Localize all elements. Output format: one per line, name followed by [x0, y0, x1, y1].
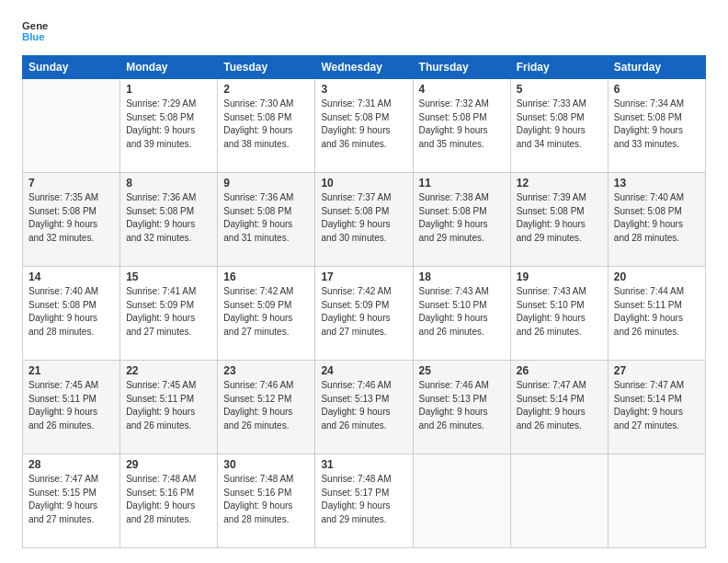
calendar-cell: 29Sunrise: 7:48 AMSunset: 5:16 PMDayligh… [120, 454, 218, 548]
day-number: 11 [419, 177, 505, 190]
calendar-cell: 27Sunrise: 7:47 AMSunset: 5:14 PMDayligh… [608, 361, 705, 454]
calendar-cell [413, 454, 510, 548]
weekday-header-saturday: Saturday [608, 56, 705, 79]
day-number: 19 [517, 270, 602, 283]
day-info: Sunrise: 7:31 AMSunset: 5:08 PMDaylight:… [321, 98, 406, 151]
day-info: Sunrise: 7:48 AMSunset: 5:17 PMDaylight:… [321, 473, 406, 526]
calendar-cell: 10Sunrise: 7:37 AMSunset: 5:08 PMDayligh… [315, 173, 413, 267]
calendar-week-row: 21Sunrise: 7:45 AMSunset: 5:11 PMDayligh… [23, 361, 706, 454]
day-number: 6 [614, 83, 700, 96]
day-number: 31 [321, 458, 406, 471]
calendar-cell: 15Sunrise: 7:41 AMSunset: 5:09 PMDayligh… [120, 267, 218, 361]
weekday-header-sunday: Sunday [23, 56, 120, 79]
calendar-cell [608, 454, 705, 548]
day-number: 29 [126, 458, 211, 471]
calendar-cell: 14Sunrise: 7:40 AMSunset: 5:08 PMDayligh… [23, 267, 120, 361]
day-info: Sunrise: 7:40 AMSunset: 5:08 PMDaylight:… [614, 191, 700, 245]
day-info: Sunrise: 7:32 AMSunset: 5:08 PMDaylight:… [419, 98, 505, 151]
weekday-header-wednesday: Wednesday [315, 56, 413, 79]
calendar-cell: 18Sunrise: 7:43 AMSunset: 5:10 PMDayligh… [413, 267, 510, 361]
day-info: Sunrise: 7:40 AMSunset: 5:08 PMDaylight:… [28, 285, 114, 339]
day-info: Sunrise: 7:42 AMSunset: 5:09 PMDaylight:… [223, 285, 309, 339]
day-number: 21 [28, 364, 114, 377]
calendar-cell: 2Sunrise: 7:30 AMSunset: 5:08 PMDaylight… [218, 79, 315, 173]
day-info: Sunrise: 7:48 AMSunset: 5:16 PMDaylight:… [126, 473, 211, 526]
day-number: 4 [419, 83, 505, 96]
day-number: 12 [517, 177, 602, 190]
calendar-cell [510, 454, 608, 548]
day-number: 15 [126, 270, 211, 283]
day-number: 2 [223, 83, 309, 96]
day-number: 13 [614, 177, 700, 190]
day-info: Sunrise: 7:45 AMSunset: 5:11 PMDaylight:… [126, 379, 211, 432]
day-info: Sunrise: 7:46 AMSunset: 5:12 PMDaylight:… [223, 379, 309, 432]
day-number: 26 [517, 364, 602, 377]
weekday-header-friday: Friday [510, 56, 608, 79]
page: General Blue SundayMondayTuesdayWednesda… [0, 0, 728, 563]
calendar-cell: 4Sunrise: 7:32 AMSunset: 5:08 PMDaylight… [413, 79, 510, 173]
day-info: Sunrise: 7:47 AMSunset: 5:15 PMDaylight:… [28, 473, 114, 526]
day-info: Sunrise: 7:38 AMSunset: 5:08 PMDaylight:… [419, 191, 505, 245]
day-number: 9 [223, 177, 309, 190]
weekday-header-monday: Monday [120, 56, 218, 79]
calendar-cell: 5Sunrise: 7:33 AMSunset: 5:08 PMDaylight… [510, 79, 608, 173]
calendar-cell: 25Sunrise: 7:46 AMSunset: 5:13 PMDayligh… [413, 361, 510, 454]
day-number: 8 [126, 177, 211, 190]
day-number: 24 [321, 364, 406, 377]
day-number: 7 [28, 177, 114, 190]
day-number: 30 [223, 458, 309, 471]
day-info: Sunrise: 7:45 AMSunset: 5:11 PMDaylight:… [28, 379, 114, 432]
day-number: 20 [614, 270, 700, 283]
day-info: Sunrise: 7:48 AMSunset: 5:16 PMDaylight:… [223, 473, 309, 526]
day-info: Sunrise: 7:42 AMSunset: 5:09 PMDaylight:… [321, 285, 406, 339]
day-number: 27 [614, 364, 700, 377]
calendar-cell: 9Sunrise: 7:36 AMSunset: 5:08 PMDaylight… [218, 173, 315, 267]
day-info: Sunrise: 7:39 AMSunset: 5:08 PMDaylight:… [517, 191, 602, 245]
calendar-cell: 26Sunrise: 7:47 AMSunset: 5:14 PMDayligh… [510, 361, 608, 454]
day-info: Sunrise: 7:47 AMSunset: 5:14 PMDaylight:… [517, 379, 602, 432]
weekday-header-thursday: Thursday [413, 56, 510, 79]
day-info: Sunrise: 7:34 AMSunset: 5:08 PMDaylight:… [614, 98, 700, 151]
day-number: 18 [419, 270, 505, 283]
day-number: 23 [223, 364, 309, 377]
day-info: Sunrise: 7:37 AMSunset: 5:08 PMDaylight:… [321, 191, 406, 245]
day-number: 3 [321, 83, 406, 96]
svg-text:Blue: Blue [22, 31, 45, 42]
calendar-table: SundayMondayTuesdayWednesdayThursdayFrid… [22, 55, 706, 548]
calendar-cell: 28Sunrise: 7:47 AMSunset: 5:15 PMDayligh… [23, 454, 120, 548]
calendar-cell: 11Sunrise: 7:38 AMSunset: 5:08 PMDayligh… [413, 173, 510, 267]
calendar-cell: 21Sunrise: 7:45 AMSunset: 5:11 PMDayligh… [23, 361, 120, 454]
day-number: 16 [223, 270, 309, 283]
calendar-week-row: 1Sunrise: 7:29 AMSunset: 5:08 PMDaylight… [23, 79, 706, 173]
calendar-cell: 13Sunrise: 7:40 AMSunset: 5:08 PMDayligh… [608, 173, 705, 267]
calendar-cell: 20Sunrise: 7:44 AMSunset: 5:11 PMDayligh… [608, 267, 705, 361]
day-info: Sunrise: 7:44 AMSunset: 5:11 PMDaylight:… [614, 285, 700, 339]
day-info: Sunrise: 7:43 AMSunset: 5:10 PMDaylight:… [517, 285, 602, 339]
day-number: 14 [28, 270, 114, 283]
day-info: Sunrise: 7:35 AMSunset: 5:08 PMDaylight:… [28, 191, 114, 245]
header: General Blue [22, 18, 706, 44]
day-info: Sunrise: 7:33 AMSunset: 5:08 PMDaylight:… [517, 98, 602, 151]
calendar-cell: 16Sunrise: 7:42 AMSunset: 5:09 PMDayligh… [218, 267, 315, 361]
day-number: 22 [126, 364, 211, 377]
calendar-cell: 3Sunrise: 7:31 AMSunset: 5:08 PMDaylight… [315, 79, 413, 173]
day-info: Sunrise: 7:30 AMSunset: 5:08 PMDaylight:… [223, 98, 309, 151]
day-number: 10 [321, 177, 406, 190]
calendar-week-row: 7Sunrise: 7:35 AMSunset: 5:08 PMDaylight… [23, 173, 706, 267]
calendar-cell: 31Sunrise: 7:48 AMSunset: 5:17 PMDayligh… [315, 454, 413, 548]
calendar-cell: 1Sunrise: 7:29 AMSunset: 5:08 PMDaylight… [120, 79, 218, 173]
calendar-cell: 24Sunrise: 7:46 AMSunset: 5:13 PMDayligh… [315, 361, 413, 454]
calendar-cell: 30Sunrise: 7:48 AMSunset: 5:16 PMDayligh… [218, 454, 315, 548]
calendar-cell: 6Sunrise: 7:34 AMSunset: 5:08 PMDaylight… [608, 79, 705, 173]
calendar-cell [23, 79, 120, 173]
calendar-cell: 17Sunrise: 7:42 AMSunset: 5:09 PMDayligh… [315, 267, 413, 361]
logo: General Blue [22, 18, 48, 44]
calendar-cell: 23Sunrise: 7:46 AMSunset: 5:12 PMDayligh… [218, 361, 315, 454]
svg-text:General: General [22, 20, 48, 31]
calendar-cell: 19Sunrise: 7:43 AMSunset: 5:10 PMDayligh… [510, 267, 608, 361]
day-info: Sunrise: 7:47 AMSunset: 5:14 PMDaylight:… [614, 379, 700, 432]
day-info: Sunrise: 7:46 AMSunset: 5:13 PMDaylight:… [321, 379, 406, 432]
day-info: Sunrise: 7:46 AMSunset: 5:13 PMDaylight:… [419, 379, 505, 432]
day-info: Sunrise: 7:36 AMSunset: 5:08 PMDaylight:… [126, 191, 211, 245]
calendar-cell: 22Sunrise: 7:45 AMSunset: 5:11 PMDayligh… [120, 361, 218, 454]
